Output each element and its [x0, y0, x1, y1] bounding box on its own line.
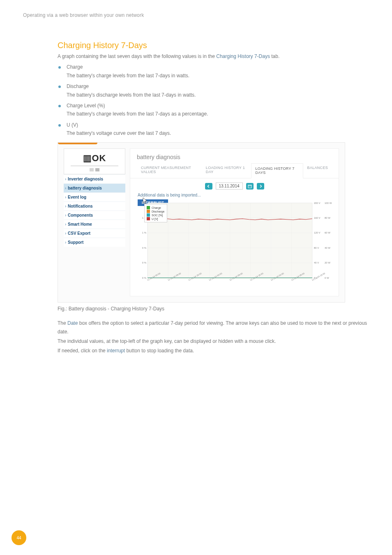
legend-swatch-discharge: [147, 210, 150, 213]
bullet-icon: [58, 124, 61, 127]
section-title: Charging History 7-Days: [58, 41, 371, 50]
sidebar-item-notifications[interactable]: Notifications: [64, 201, 125, 210]
svg-text:13.11.14 16:00: 13.11.14 16:00: [311, 272, 325, 281]
intro-tab-ref: Charging History 7-Days: [216, 53, 270, 59]
chart-legend[interactable]: Charge Discharge SOC [%] U [V]: [144, 204, 167, 222]
tab-current-measurement[interactable]: CURRENT MEASUREMENT VALUES: [137, 163, 202, 178]
bullet-desc: The battery's discharge levels from the …: [67, 91, 371, 99]
legend-swatch-charge: [147, 206, 150, 209]
legend-swatch-u: [147, 217, 150, 220]
bullet-label: Discharge: [67, 82, 89, 91]
svg-text:160 V: 160 V: [314, 217, 321, 220]
svg-text:40 W: 40 W: [325, 247, 331, 249]
bullet-label: Charge: [67, 63, 83, 72]
prev-date-button[interactable]: [205, 183, 212, 190]
bullet-label: Charge Level (%): [67, 102, 105, 111]
svg-text:40 V: 40 V: [314, 262, 319, 264]
bullet-desc: The battery's voltage curve over the las…: [67, 130, 371, 137]
bullet-label: U (V): [67, 121, 78, 130]
svg-text:60 W: 60 W: [325, 232, 331, 234]
svg-text:80 W: 80 W: [325, 217, 331, 220]
sidebar-item-csv-export[interactable]: CSV Export: [64, 229, 125, 238]
sidebar-item-inverter-diagnosis[interactable]: Inverter diagnosis: [64, 174, 125, 183]
chevron-left-icon: [207, 185, 210, 188]
bullet-list: Charge The battery's charge levels from …: [58, 63, 371, 137]
sidebar-nav: Inverter diagnosis battery diagnosis Eve…: [64, 174, 125, 247]
svg-rect-0: [248, 185, 251, 188]
bullet-icon: [58, 66, 61, 69]
figure-caption: Fig.: Battery diagnosis - Charging Histo…: [58, 306, 371, 312]
date-ref: Date: [67, 320, 78, 326]
calendar-icon: [248, 184, 252, 188]
embedded-screenshot: ▥OK Inverter diagnosis battery diagnosis…: [58, 142, 345, 303]
svg-text:0 %: 0 %: [142, 262, 146, 264]
svg-text:20 W: 20 W: [325, 262, 331, 264]
svg-text:0 %: 0 %: [142, 247, 146, 249]
svg-text:100 W: 100 W: [325, 202, 332, 204]
svg-text:0 W: 0 W: [325, 277, 329, 279]
svg-text:200 V: 200 V: [314, 202, 321, 204]
legend-label[interactable]: Discharge: [152, 210, 165, 213]
body-paragraph: The individual values, at the top-left o…: [58, 337, 371, 346]
legend-label[interactable]: SOC [%]: [152, 214, 163, 217]
date-input[interactable]: 13.11.2014: [216, 183, 243, 190]
chevron-right-icon: [259, 185, 262, 188]
calendar-button[interactable]: [246, 183, 254, 190]
main-panel: battery diagnosis CURRENT MEASUREMENT VA…: [130, 148, 339, 296]
svg-text:120 V: 120 V: [314, 232, 321, 234]
intro-paragraph: A graph containing the last seven days w…: [58, 53, 371, 60]
next-date-button[interactable]: [257, 183, 264, 190]
panel-title: battery diagnosis: [130, 149, 339, 163]
sidebar-item-battery-diagnosis[interactable]: battery diagnosis: [64, 183, 125, 192]
sidebar-item-components[interactable]: Components: [64, 210, 125, 220]
svg-text:80 V: 80 V: [314, 247, 319, 249]
chart-area[interactable]: 0 %0 V0 W0 %40 V20 W0 %80 V40 W1 %120 V6…: [138, 201, 335, 291]
sidebar-item-smart-home[interactable]: Smart Home: [64, 220, 125, 229]
sidebar-item-event-log[interactable]: Event log: [64, 192, 125, 201]
bullet-icon: [58, 86, 61, 88]
interrupt-ref: interrupt: [107, 348, 125, 354]
sidebar-item-support[interactable]: Support: [64, 238, 125, 247]
tab-loading-history-1day[interactable]: LOADING HISTORY 1 DAY: [202, 163, 251, 178]
legend-swatch-soc: [147, 213, 150, 217]
logo: ▥OK: [64, 148, 125, 174]
tab-bar: CURRENT MEASUREMENT VALUES LOADING HISTO…: [130, 163, 339, 178]
tab-balances[interactable]: BALANCES: [303, 163, 332, 178]
svg-text:1 %: 1 %: [142, 232, 146, 234]
body-paragraph: If needed, click on the interrupt button…: [58, 347, 371, 355]
page-number-badge: 44: [12, 530, 26, 545]
loading-status: Additional data is being imported...: [130, 193, 339, 198]
tab-loading-history-7days[interactable]: LOADING HISTORY 7 DAYS: [251, 163, 303, 178]
page-header: Operating via a web browser within your …: [23, 12, 371, 18]
legend-label[interactable]: Charge: [152, 206, 161, 209]
body-paragraph: The Date box offers the option to select…: [58, 319, 371, 336]
legend-label[interactable]: U [V]: [152, 217, 158, 220]
bullet-desc: The battery's charge levels from the las…: [67, 72, 371, 80]
bullet-icon: [58, 105, 61, 107]
svg-text:0 %: 0 %: [142, 277, 146, 279]
accent-strip: [58, 143, 97, 144]
bullet-desc: The battery's charge levels from the las…: [67, 110, 371, 118]
